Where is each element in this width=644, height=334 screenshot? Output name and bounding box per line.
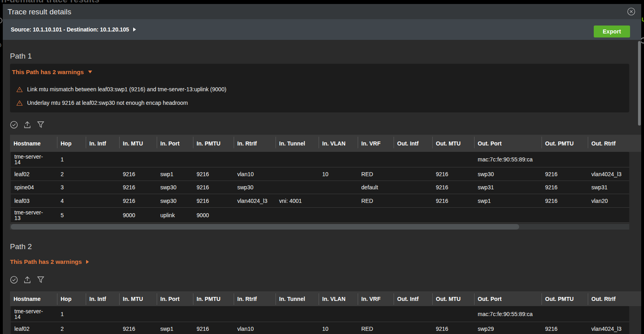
table-row[interactable]: leaf0229216swp19216vlan1010RED9216swp309… [11, 167, 629, 181]
table-cell: swp1 [157, 322, 193, 334]
column-header: In. Port [157, 291, 193, 306]
column-header: In. VLAN [319, 291, 358, 306]
table-cell: swp31 [588, 181, 629, 194]
warnings-toggle[interactable]: This Path has 2 warnings [10, 258, 89, 265]
column-separator [358, 293, 358, 305]
table-cell: tme-server-13 [11, 208, 57, 222]
table-cell [86, 208, 119, 222]
warnings-toggle[interactable]: This Path has 2 warnings [12, 69, 92, 75]
column-header: In. Intf [86, 291, 119, 306]
column-separator [193, 137, 193, 148]
column-separator [474, 293, 475, 305]
chevron-down-icon [88, 71, 92, 73]
export-button[interactable]: Export [594, 26, 630, 37]
check-circle-icon[interactable] [10, 276, 18, 285]
table-cell: spine04 [11, 181, 57, 194]
table-cell: swp30 [474, 167, 542, 181]
table-cell: 9216 [542, 322, 588, 334]
table-row[interactable]: spine0439216swp309216swp30default9216swp… [11, 181, 629, 194]
table-body: tme-server-141mac:7c:fe:90:55:89:caleaf0… [11, 152, 629, 223]
table-cell [234, 208, 276, 222]
column-header: In. VRF [358, 291, 394, 306]
table-cell: 10 [319, 167, 358, 181]
column-separator [474, 137, 475, 148]
column-header: Out. Intf [394, 135, 432, 152]
column-separator [394, 137, 394, 148]
table-cell [358, 208, 394, 222]
table-cell [193, 306, 234, 322]
table-cell: 3 [57, 181, 86, 194]
source-destination-expander[interactable]: Source: 10.1.10.101 - Destination: 10.1.… [11, 26, 136, 33]
table-cell [234, 306, 276, 322]
table-row[interactable]: tme-server-1359000uplink9000 [11, 208, 629, 223]
warning-item: Link mtu mismatch between leaf03:swp1 (9… [16, 86, 226, 92]
column-header: In. Tunnel [276, 135, 319, 152]
table-cell: vlan10 [234, 167, 276, 181]
column-header: In. RtrIf [234, 135, 276, 152]
upload-icon[interactable] [24, 121, 31, 130]
table-cell [588, 152, 629, 167]
table-header-row: HostnameHopIn. IntfIn. MTUIn. PortIn. PM… [10, 135, 641, 152]
table-cell [276, 152, 319, 167]
table-cell: 9216 [119, 194, 157, 207]
table-cell [234, 152, 276, 167]
column-separator [157, 293, 157, 305]
table-cell [432, 306, 474, 322]
table-cell: vlan4024_l3 [588, 167, 629, 181]
table-cell [319, 306, 358, 322]
table-cell [276, 306, 319, 322]
column-header: Out. Port [474, 291, 542, 306]
table-cell: vlan4024_l3 [234, 194, 276, 207]
table-cell: 2 [57, 322, 86, 334]
table-cell: swp1 [474, 194, 542, 207]
table-cell: 9216 [193, 322, 234, 334]
table-row[interactable]: leaf0229216swp19216vlan1010RED9216swp299… [11, 322, 629, 334]
table-row[interactable]: tme-server-141mac:7c:fe:90:55:89:ca [11, 152, 629, 167]
table-cell: tme-server-14 [11, 306, 57, 322]
column-separator [157, 137, 157, 148]
table-cell [276, 181, 319, 194]
table-cell [119, 152, 157, 167]
close-icon[interactable] [627, 8, 635, 16]
table-cell [193, 152, 234, 167]
table-row[interactable]: leaf0349216swp309216vlan4024_l3vni: 4001… [11, 194, 629, 208]
table-row[interactable]: tme-server-141mac:7c:fe:90:55:89:ca [11, 306, 629, 322]
background-icon-fragment [0, 18, 2, 24]
column-header: In. PMTU [193, 291, 234, 306]
table-cell: tme-server-14 [11, 152, 57, 167]
column-separator [57, 293, 57, 305]
table-toolbar [10, 277, 50, 285]
table-cell [86, 181, 119, 194]
horizontal-scrollbar-thumb[interactable] [11, 224, 519, 230]
horizontal-scrollbar-track[interactable] [10, 224, 629, 230]
table-cell [276, 322, 319, 334]
column-separator [119, 137, 120, 148]
check-circle-icon[interactable] [10, 121, 18, 130]
column-header: Hop [57, 135, 86, 152]
column-header: In. Intf [86, 135, 119, 152]
table-cell: 9216 [119, 181, 157, 194]
table-cell: 9216 [542, 194, 588, 207]
table-cell: leaf02 [11, 322, 57, 334]
table-cell: 2 [57, 167, 86, 181]
upload-icon[interactable] [24, 276, 31, 285]
table-cell [588, 208, 629, 222]
table-cell: mac:7c:fe:90:55:89:ca [474, 152, 542, 167]
table-cell [86, 306, 119, 322]
table-cell [394, 181, 432, 194]
filter-icon[interactable] [37, 121, 45, 130]
table-cell: 9216 [432, 181, 474, 194]
table-cell [86, 152, 119, 167]
table-cell: vlan10 [234, 322, 276, 334]
vertical-scrollbar-thumb[interactable] [638, 41, 641, 126]
column-header: In. Tunnel [276, 291, 319, 306]
column-separator [542, 137, 542, 148]
column-header: Out. PMTU [542, 291, 588, 306]
table-cell: 9216 [542, 181, 588, 194]
column-separator [119, 293, 120, 305]
table-toolbar [10, 122, 50, 130]
table-cell: vni: 4001 [276, 194, 319, 207]
table-cell: RED [358, 167, 394, 181]
column-header: Out. RtrIf [588, 291, 629, 306]
filter-icon[interactable] [37, 276, 45, 285]
